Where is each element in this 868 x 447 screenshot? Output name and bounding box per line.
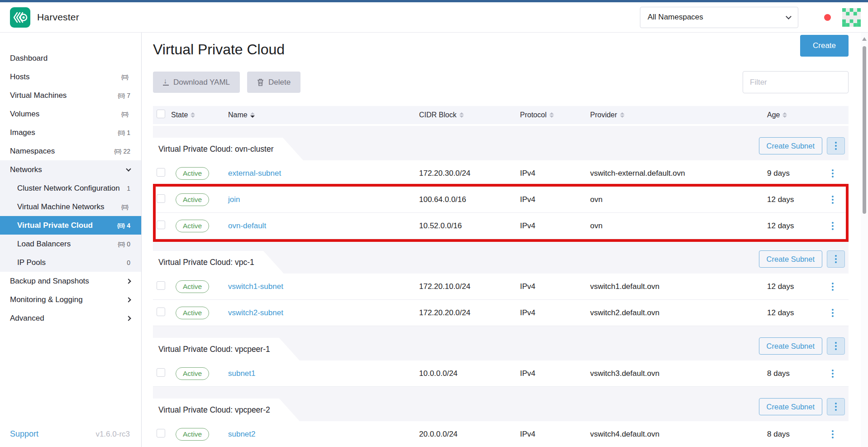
- sidebar-item-advanced[interactable]: Advanced: [0, 309, 141, 327]
- sidebar-item-load-balancers[interactable]: Load Balancers {⊟}0: [0, 235, 141, 253]
- chevron-right-icon: [126, 297, 131, 302]
- subnet-name-link[interactable]: subnet2: [228, 430, 256, 438]
- protocol-cell: IPv4: [520, 195, 590, 204]
- sidebar-item-hosts[interactable]: Hosts {⊟}: [0, 67, 141, 86]
- provider-cell: vswitch1.default.ovn: [590, 282, 767, 291]
- age-cell: 12 days: [767, 221, 820, 231]
- provider-cell: vswitch2.default.ovn: [590, 308, 767, 317]
- sidebar-item-cluster-network-configuration[interactable]: Cluster Network Configuration 1: [0, 179, 141, 197]
- create-subnet-button[interactable]: Create Subnet: [759, 250, 822, 268]
- vpc-group-header-vpcpeer-1: Virtual Private Cloud: vpcpeer-1 Create …: [153, 326, 849, 360]
- protocol-cell: IPv4: [520, 308, 590, 317]
- column-header-state[interactable]: State: [171, 111, 228, 119]
- support-link[interactable]: Support: [10, 429, 38, 439]
- scroll-up-arrow-icon[interactable]: [862, 37, 867, 41]
- subnet-name-link[interactable]: vswitch1-subnet: [228, 282, 283, 291]
- vertical-scrollbar[interactable]: [861, 33, 868, 447]
- namespace-selector-value: All Namespaces: [648, 13, 703, 22]
- sidebar-item-images[interactable]: Images {⊟}1: [0, 123, 141, 142]
- age-cell: 8 days: [767, 430, 820, 439]
- status-badge: Active: [176, 307, 209, 319]
- cidr-cell: 20.0.0.0/24: [419, 430, 520, 439]
- user-avatar-identicon[interactable]: [841, 7, 862, 28]
- sidebar-item-dashboard[interactable]: Dashboard: [0, 49, 141, 67]
- row-checkbox[interactable]: [157, 281, 165, 290]
- subnet-name-link[interactable]: ovn-default: [228, 221, 266, 230]
- subnet-name-link[interactable]: join: [228, 195, 240, 204]
- column-header-cidr-block[interactable]: CIDR Block: [419, 111, 520, 119]
- protocol-cell: IPv4: [520, 169, 590, 178]
- create-subnet-button[interactable]: Create Subnet: [759, 137, 822, 154]
- row-actions-kebab-icon[interactable]: [830, 168, 835, 179]
- delete-button[interactable]: Delete: [247, 72, 300, 93]
- status-badge: Active: [176, 167, 209, 180]
- subnet-name-link[interactable]: subnet1: [228, 369, 256, 378]
- sort-icon: [782, 112, 787, 118]
- subnet-name-link[interactable]: external-subnet: [228, 169, 281, 178]
- create-subnet-button[interactable]: Create Subnet: [759, 398, 822, 415]
- vpc-group-label: Virtual Private Cloud: ovn-cluster: [158, 144, 274, 154]
- group-actions-kebab-button[interactable]: [827, 250, 845, 268]
- vpc-group-header-ovn-cluster: Virtual Private Cloud: ovn-cluster Creat…: [153, 126, 849, 160]
- row-actions-kebab-icon[interactable]: [830, 220, 835, 232]
- chevron-down-icon: [786, 14, 792, 19]
- row-checkbox[interactable]: [157, 221, 165, 229]
- sidebar-item-virtual-machines[interactable]: Virtual Machines {⊟}7: [0, 86, 141, 105]
- row-checkbox[interactable]: [157, 168, 165, 177]
- sidebar-item-backup-and-snapshots[interactable]: Backup and Snapshots: [0, 272, 141, 290]
- sidebar-item-virtual-private-cloud[interactable]: Virtual Private Cloud {⊟}4: [0, 216, 141, 235]
- row-checkbox[interactable]: [157, 194, 165, 203]
- kebab-icon: [833, 140, 839, 152]
- vpc-group-header-vpc-1: Virtual Private Cloud: vpc-1 Create Subn…: [153, 239, 849, 274]
- sort-icon: [549, 112, 554, 118]
- main-content: Virtual Private Cloud Create Download YA…: [142, 33, 861, 447]
- kebab-icon: [833, 340, 839, 352]
- sidebar-item-ip-pools[interactable]: IP Pools 0: [0, 253, 141, 272]
- protocol-cell: IPv4: [520, 282, 590, 291]
- row-actions-kebab-icon[interactable]: [830, 368, 835, 380]
- row-checkbox[interactable]: [157, 368, 165, 377]
- download-yaml-button[interactable]: Download YAML: [153, 72, 240, 93]
- row-actions-kebab-icon[interactable]: [830, 428, 835, 440]
- row-actions-kebab-icon[interactable]: [830, 281, 835, 293]
- namespace-badge-icon: {⊟}: [121, 111, 128, 117]
- column-header-age[interactable]: Age: [767, 111, 820, 119]
- namespace-badge-icon: {⊟}: [118, 130, 124, 136]
- filter-input[interactable]: [743, 71, 849, 93]
- group-actions-kebab-button[interactable]: [827, 137, 845, 154]
- create-button[interactable]: Create: [800, 35, 849, 57]
- subnet-name-link[interactable]: vswitch2-subnet: [228, 308, 283, 317]
- column-header-protocol[interactable]: Protocol: [520, 111, 590, 119]
- sidebar-item-namespaces[interactable]: Namespaces {⊟}22: [0, 142, 141, 160]
- row-actions-kebab-icon[interactable]: [830, 307, 835, 319]
- sidebar-item-monitoring-logging[interactable]: Monitoring & Logging: [0, 290, 141, 309]
- age-cell: 9 days: [767, 169, 820, 178]
- table-row: Active external-subnet 172.20.30.0/24 IP…: [153, 160, 849, 187]
- cidr-cell: 10.0.0.0/24: [419, 369, 520, 378]
- sidebar-item-networks[interactable]: Networks: [0, 160, 141, 179]
- group-actions-kebab-button[interactable]: [827, 398, 845, 415]
- row-checkbox[interactable]: [157, 308, 165, 316]
- scrollbar-thumb[interactable]: [863, 46, 866, 214]
- status-badge: Active: [176, 220, 209, 232]
- provider-cell: ovn: [590, 195, 767, 204]
- create-subnet-button[interactable]: Create Subnet: [759, 337, 822, 355]
- row-actions-kebab-icon[interactable]: [830, 194, 835, 206]
- table-row: Active join 100.64.0.0/16 IPv4 ovn 12 da…: [153, 187, 849, 213]
- version-label: v1.6.0-rc3: [95, 430, 130, 439]
- column-header-provider[interactable]: Provider: [590, 111, 767, 119]
- namespace-selector[interactable]: All Namespaces: [640, 7, 798, 28]
- sort-icon: [459, 112, 464, 118]
- sidebar-item-volumes[interactable]: Volumes {⊟}: [0, 105, 141, 123]
- provider-cell: vswitch4.default.ovn: [590, 430, 767, 439]
- column-header-name[interactable]: Name: [228, 111, 419, 119]
- vpc-group-label: Virtual Private Cloud: vpcpeer-2: [158, 405, 270, 415]
- status-badge: Active: [176, 428, 209, 441]
- sidebar-item-virtual-machine-networks[interactable]: Virtual Machine Networks {⊟}: [0, 197, 141, 216]
- notification-dot-icon[interactable]: [824, 14, 831, 21]
- row-checkbox[interactable]: [157, 429, 165, 437]
- status-badge: Active: [176, 280, 209, 293]
- group-actions-kebab-button[interactable]: [827, 337, 845, 355]
- select-all-checkbox[interactable]: [157, 110, 165, 118]
- namespace-badge-icon: {⊟}: [117, 222, 124, 229]
